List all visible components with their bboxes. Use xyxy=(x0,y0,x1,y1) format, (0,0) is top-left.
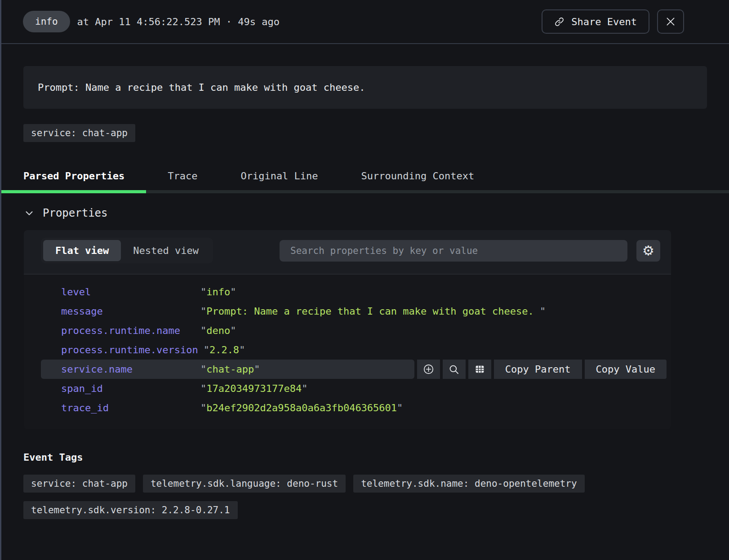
property-row[interactable]: service.name"chat-app"Copy ParentCopy Va… xyxy=(41,360,667,379)
search-value-icon[interactable] xyxy=(443,360,466,379)
tab-parsed-properties[interactable]: Parsed Properties xyxy=(1,162,146,193)
close-button[interactable] xyxy=(657,9,684,34)
tab-bar: Parsed PropertiesTraceOriginal LineSurro… xyxy=(1,162,729,193)
properties-search-input[interactable] xyxy=(280,240,627,262)
event-tag-chip[interactable]: telemetry.sdk.language: deno-rust xyxy=(143,475,346,493)
event-tag-chip[interactable]: telemetry.sdk.version: 2.2.8-0.27.1 xyxy=(23,501,238,519)
property-key[interactable]: message xyxy=(61,306,200,317)
close-icon xyxy=(665,16,676,27)
property-row[interactable]: process.runtime.version"2.2.8" xyxy=(41,340,667,360)
chevron-down-icon xyxy=(23,207,35,219)
event-tag-chip[interactable]: telemetry.sdk.name: deno-opentelemetry xyxy=(353,475,584,493)
level-badge: info xyxy=(23,11,70,32)
copy-value-button[interactable]: Copy Value xyxy=(585,360,667,379)
copy-parent-button[interactable]: Copy Parent xyxy=(494,360,582,379)
event-tag-chip[interactable]: service: chat-app xyxy=(23,475,135,493)
view-toggle: Flat view Nested view xyxy=(41,238,213,263)
property-value: "chat-app" xyxy=(200,364,260,375)
add-filter-icon[interactable] xyxy=(417,360,440,379)
event-header: info at Apr 11 4:56:22.523 PM · 49s ago … xyxy=(1,0,729,44)
property-row[interactable]: level"info" xyxy=(41,282,667,302)
event-timestamp: at Apr 11 4:56:22.523 PM · 49s ago xyxy=(77,16,280,27)
properties-section-title: Properties xyxy=(43,207,108,219)
property-row[interactable]: message"Prompt: Name a recipe that I can… xyxy=(41,302,667,321)
property-value: "Prompt: Name a recipe that I can make w… xyxy=(200,306,546,317)
event-message-preview: Prompt: Name a recipe that I can make wi… xyxy=(23,66,707,109)
properties-table: level"info"message"Prompt: Name a recipe… xyxy=(24,275,671,429)
property-value: "b24ef2902d2a958a0a6a3fb046365601" xyxy=(200,402,403,413)
property-row[interactable]: trace_id"b24ef2902d2a958a0a6a3fb04636560… xyxy=(41,398,667,418)
table-view-icon[interactable] xyxy=(468,360,491,379)
property-key[interactable]: trace_id xyxy=(61,402,200,413)
nested-view-button[interactable]: Nested view xyxy=(121,240,211,261)
service-tag-chip[interactable]: service: chat-app xyxy=(23,124,135,142)
properties-settings-button[interactable]: ⚙ xyxy=(636,240,660,262)
property-value: "deno" xyxy=(200,325,236,336)
share-event-button[interactable]: Share Event xyxy=(542,9,649,34)
event-tags-list: service: chat-apptelemetry.sdk.language:… xyxy=(23,475,707,519)
property-value: "17a2034973177e84" xyxy=(200,383,307,394)
tab-trace[interactable]: Trace xyxy=(146,162,219,190)
flat-view-button[interactable]: Flat view xyxy=(43,240,121,261)
link-icon xyxy=(554,17,565,27)
tab-surrounding-context[interactable]: Surrounding Context xyxy=(340,162,496,190)
event-tags-title: Event Tags xyxy=(23,452,729,463)
property-key[interactable]: process.runtime.version xyxy=(61,344,204,356)
gear-icon: ⚙ xyxy=(642,244,654,258)
property-key[interactable]: span_id xyxy=(61,383,200,394)
property-row[interactable]: process.runtime.name"deno" xyxy=(41,321,667,340)
tab-original-line[interactable]: Original Line xyxy=(219,162,339,190)
property-value: "info" xyxy=(200,286,236,298)
properties-controls: Flat view Nested view ⚙ xyxy=(24,230,671,274)
property-key[interactable]: process.runtime.name xyxy=(61,325,200,336)
property-value: "2.2.8" xyxy=(204,344,245,356)
properties-section-header[interactable]: Properties xyxy=(23,207,729,219)
property-row[interactable]: span_id"17a2034973177e84" xyxy=(41,379,667,398)
share-event-label: Share Event xyxy=(571,16,637,27)
properties-card: Flat view Nested view ⚙ level"info"messa… xyxy=(24,230,671,429)
property-key[interactable]: level xyxy=(61,286,200,298)
property-key[interactable]: service.name xyxy=(61,364,200,375)
